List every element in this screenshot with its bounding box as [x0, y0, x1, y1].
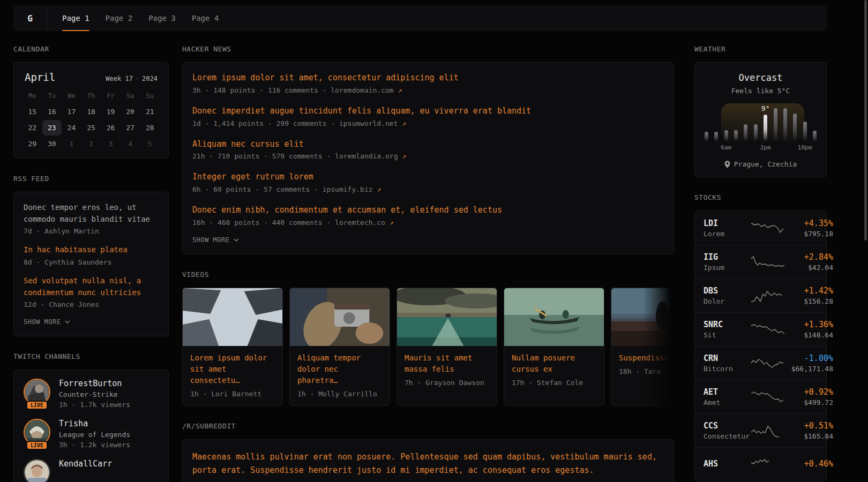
hn-story-link[interactable]: Donec imperdiet augue tincidunt felis al… — [192, 106, 664, 117]
video-title[interactable]: Suspendisse diam — [619, 352, 674, 364]
video-card[interactable]: Lorem ipsum dolor sit amet consectetu… 1… — [182, 288, 283, 406]
hn-story-link[interactable]: Lorem ipsum dolor sit amet, consectetur … — [192, 72, 664, 84]
video-card[interactable]: Aliquam tempor dolor nec pharetra… 1h · … — [289, 288, 390, 406]
tab-page-3[interactable]: Page 3 — [148, 5, 176, 31]
calendar-day[interactable]: 20 — [121, 104, 140, 119]
video-meta: 1h · Molly Carrillo — [297, 390, 382, 398]
scrollbar-thumb[interactable] — [864, 0, 867, 240]
twitch-channel[interactable]: LIVE ForrestBurton Counter-Strike 1h · 1… — [24, 379, 159, 409]
twitch-channel[interactable]: LIVE Trisha League of Legends 3h · 1.2k … — [24, 419, 159, 449]
rss-item: In hac habitasse platea 8d · Cynthia Sau… — [24, 244, 159, 266]
tab-page-4[interactable]: Page 4 — [192, 5, 219, 31]
calendar-day[interactable]: 26 — [101, 120, 121, 135]
stock-sparkline — [751, 457, 785, 472]
stock-row[interactable]: AHS +0.46% — [695, 447, 826, 481]
video-title[interactable]: Mauris sit amet massa felis — [405, 352, 489, 375]
videos-section-title: VIDEOS — [182, 270, 674, 278]
video-title[interactable]: Lorem ipsum dolor sit amet consectetu… — [190, 352, 275, 386]
calendar-day-next-month[interactable]: 4 — [121, 136, 140, 152]
calendar-day-next-month[interactable]: 5 — [140, 136, 160, 152]
video-card[interactable]: Suspendisse diam 18h · Tara — [611, 288, 674, 406]
stock-row[interactable]: DBS Dolor +1.42% $156.28 — [695, 278, 826, 312]
calendar-day[interactable]: 18 — [81, 104, 101, 119]
stock-row[interactable]: SNRC Sit +1.36% $148.64 — [695, 312, 826, 346]
calendar-day[interactable]: 22 — [23, 120, 42, 135]
stock-name: Sit — [704, 331, 751, 339]
video-card[interactable]: Mauris sit amet massa felis 7h · Grayson… — [396, 288, 497, 406]
stock-row[interactable]: AET Amet +0.92% $499.72 — [695, 380, 826, 413]
weather-section: WEATHER Overcast Feels like 5°C 9° 6am2p… — [694, 45, 827, 177]
stock-row[interactable]: CRN Bitcorn -1.00% $66,171.48 — [695, 346, 826, 380]
video-thumbnail-sea-wake — [397, 288, 497, 346]
stock-price: $66,171.48 — [785, 365, 833, 373]
stock-change: -1.00% — [785, 353, 833, 363]
stock-sparkline — [751, 255, 785, 269]
hn-show-more-button[interactable]: SHOW MORE — [192, 236, 239, 244]
tab-page-2[interactable]: Page 2 — [106, 5, 133, 31]
videos-row: Lorem ipsum dolor sit amet consectetu… 1… — [182, 288, 674, 406]
weather-axis-labels: 6am2pm10pm — [705, 144, 817, 152]
calendar-day[interactable]: 29 — [23, 136, 42, 152]
weather-location: Prague, Czechia — [704, 160, 818, 168]
video-card[interactable]: Nullam posuere cursus ex 17h · Stefan Co… — [504, 288, 604, 406]
calendar-day-next-month[interactable]: 3 — [101, 136, 121, 152]
calendar-day[interactable]: 25 — [81, 120, 101, 135]
app-logo[interactable]: G — [13, 5, 47, 31]
calendar-day[interactable]: 15 — [23, 104, 42, 119]
stock-price: $156.28 — [785, 297, 833, 305]
streamer-name[interactable]: ForrestBurton — [59, 379, 130, 388]
calendar-day[interactable]: 30 — [42, 136, 62, 152]
calendar-day[interactable]: 24 — [62, 120, 81, 135]
hn-story-link[interactable]: Aliquam nec cursus elit — [192, 139, 664, 150]
hn-story-link[interactable]: Donec enim nibh, condimentum et accumsan… — [192, 205, 664, 216]
external-link-icon[interactable]: ↗ — [402, 152, 406, 160]
stock-symbol: CCS — [704, 421, 751, 431]
stock-row[interactable]: CCS Consectetur +0.51% $165.84 — [695, 413, 826, 447]
stocks-card: LDI Lorem +4.35% $795.18 IIG Ipsum — [694, 210, 827, 481]
calendar-day[interactable]: 21 — [140, 104, 160, 119]
external-link-icon[interactable]: ↗ — [390, 219, 394, 227]
hacker-news-card: Lorem ipsum dolor sit amet, consectetur … — [182, 62, 674, 254]
calendar-day[interactable]: 17 — [62, 104, 81, 119]
subreddit-section-title: /R/SUBREDDIT — [182, 422, 674, 430]
rss-item-link[interactable]: Sed volutpat nulla nisl, a condimentum n… — [24, 275, 159, 298]
stock-row[interactable]: IIG Ipsum +2.84% $42.04 — [695, 245, 826, 278]
hn-story-meta: 21h · 710 points · 579 comments · loreml… — [192, 152, 664, 160]
stock-change: +1.42% — [785, 286, 833, 296]
left-column: CALENDAR April Week 17·2024 Mo Tu We Th … — [13, 45, 169, 482]
external-link-icon[interactable]: ↗ — [402, 119, 406, 127]
active-tab-underline — [62, 30, 89, 31]
rss-item-link[interactable]: Donec tempor eros leo, ut commodo mauris… — [24, 202, 159, 225]
hn-story-link[interactable]: Integer eget rutrum lorem — [192, 171, 664, 183]
calendar-day[interactable]: 28 — [140, 120, 160, 135]
stock-symbol: AET — [704, 387, 751, 397]
stock-name: Bitcorn — [704, 365, 751, 373]
calendar-day[interactable]: 27 — [121, 120, 140, 135]
rss-item-link[interactable]: In hac habitasse platea — [24, 244, 159, 256]
external-link-icon[interactable]: ↗ — [398, 86, 402, 94]
video-title[interactable]: Aliquam tempor dolor nec pharetra… — [297, 352, 382, 386]
hn-story-meta: 1d · 1,414 points · 299 comments · ipsum… — [192, 119, 664, 127]
twitch-channel[interactable]: KendallCarr — [24, 459, 159, 482]
rss-item-meta: 12d · Chance Jones — [24, 300, 159, 308]
video-meta: 18h · Tara — [619, 367, 674, 375]
subreddit-post-link[interactable]: Maecenas mollis pulvinar erat non posuer… — [192, 450, 664, 478]
video-title[interactable]: Nullam posuere cursus ex — [512, 352, 596, 375]
calendar-day-selected[interactable]: 23 — [42, 120, 62, 135]
tab-label: Page 2 — [106, 14, 133, 22]
weather-feels-like: Feels like 5°C — [704, 87, 818, 95]
weather-bars: 9° — [705, 107, 817, 141]
streamer-name[interactable]: Trisha — [59, 419, 130, 428]
calendar-day[interactable]: 19 — [101, 104, 121, 119]
calendar-section-title: CALENDAR — [13, 45, 169, 53]
calendar-day-next-month[interactable]: 2 — [81, 136, 101, 152]
rss-show-more-button[interactable]: SHOW MORE — [24, 318, 70, 326]
rss-item: Donec tempor eros leo, ut commodo mauris… — [24, 202, 159, 235]
streamer-name[interactable]: KendallCarr — [59, 459, 112, 469]
tab-page-1[interactable]: Page 1 — [62, 5, 89, 31]
external-link-icon[interactable]: ↗ — [377, 185, 381, 193]
calendar-day[interactable]: 16 — [42, 104, 62, 119]
stock-name: Lorem — [704, 230, 751, 238]
calendar-day-next-month[interactable]: 1 — [62, 136, 81, 152]
stock-row[interactable]: LDI Lorem +4.35% $795.18 — [695, 211, 826, 245]
